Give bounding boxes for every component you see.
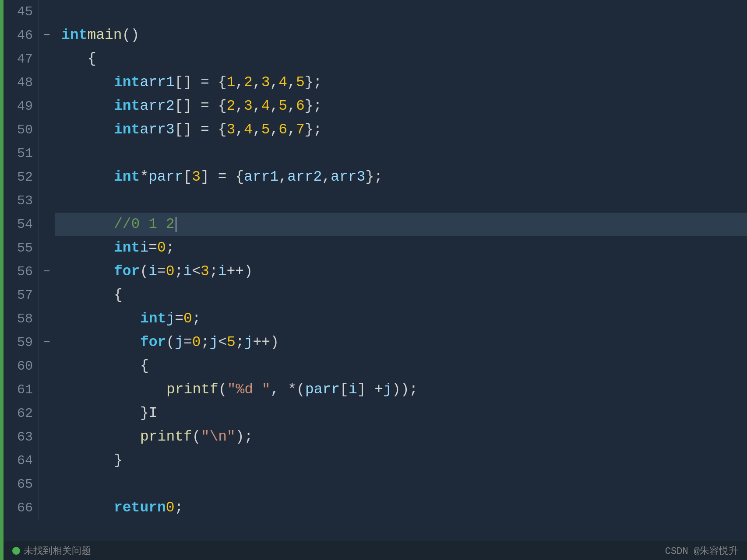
token-var: arr1 <box>140 71 174 94</box>
line-row: 48int arr1[] = { 1,2,3,4,5 }; <box>4 71 747 94</box>
token-num: 6 <box>296 94 305 118</box>
token-comment: //0 1 2 <box>114 213 175 236</box>
token-kw: return <box>114 496 166 520</box>
token-plain: * <box>140 165 148 189</box>
token-num: 2 <box>244 71 253 94</box>
fold-indicator <box>39 449 55 472</box>
token-plain: } <box>140 402 149 425</box>
fold-indicator <box>39 142 55 165</box>
token-num: 7 <box>296 118 305 142</box>
fold-indicator <box>39 236 55 260</box>
line-number: 54 <box>4 213 39 236</box>
line-number: 66 <box>4 496 39 520</box>
line-row: 54//0 1 2 <box>4 213 747 236</box>
code-line: int arr2[] = { 2,3,4,5,6 }; <box>55 94 747 118</box>
line-number: 59 <box>4 331 39 354</box>
token-plain: , <box>235 118 244 142</box>
line-number: 62 <box>4 402 39 425</box>
token-plain: , *( <box>271 378 305 402</box>
line-number: 53 <box>4 189 39 213</box>
token-num: 0 <box>166 496 175 520</box>
token-plain: ; <box>166 236 175 260</box>
token-var: i <box>183 260 192 284</box>
fold-indicator <box>39 71 55 94</box>
line-row: 50int arr3[] = { 3,4,5,6,7 }; <box>4 118 747 142</box>
token-num: 1 <box>226 71 235 94</box>
token-var: j <box>244 331 253 354</box>
token-num: 4 <box>278 71 287 94</box>
token-num: 0 <box>192 331 201 354</box>
token-num: 5 <box>296 71 305 94</box>
token-plain: , <box>235 94 244 118</box>
token-plain: , <box>287 71 296 94</box>
token-var: j <box>209 331 218 354</box>
left-accent-bar <box>0 0 4 560</box>
token-kw: int <box>61 24 87 47</box>
fold-indicator[interactable]: − <box>39 260 55 284</box>
token-fn: printf <box>140 425 192 449</box>
token-plain: , <box>270 94 279 118</box>
line-row: 57{ <box>4 284 747 307</box>
token-num: 0 <box>166 260 175 284</box>
line-row: 58int j = 0; <box>4 307 747 331</box>
fold-indicator[interactable]: − <box>39 331 55 354</box>
fold-indicator[interactable]: − <box>39 24 55 47</box>
code-line: { <box>55 354 747 378</box>
fold-indicator <box>39 402 55 425</box>
token-plain: = <box>175 307 183 331</box>
line-number: 65 <box>4 472 39 496</box>
line-row: 64} <box>4 449 747 472</box>
token-kw: for <box>114 260 140 284</box>
token-plain: < <box>192 260 201 284</box>
token-plain: , <box>253 118 261 142</box>
token-plain: ] = { <box>201 165 244 189</box>
line-row: 45 <box>4 0 747 24</box>
token-num: 3 <box>244 94 253 118</box>
token-str: "%d " <box>227 378 271 402</box>
code-line: int arr3[] = { 3,4,5,6,7 }; <box>55 118 747 142</box>
token-plain: ; <box>192 307 201 331</box>
token-num: 5 <box>261 118 270 142</box>
token-var: j <box>175 331 183 354</box>
token-kw: int <box>114 118 140 142</box>
code-line: printf("%d ", *(parr[i] + j)); <box>55 378 747 402</box>
line-number: 61 <box>4 378 39 402</box>
token-plain: )); <box>392 378 418 402</box>
line-row: 65 <box>4 472 747 496</box>
token-plain: ] + <box>357 378 383 402</box>
line-number: 58 <box>4 307 39 331</box>
token-plain: ++) <box>253 331 279 354</box>
code-line: int main() <box>55 24 747 47</box>
token-var: j <box>166 307 175 331</box>
code-line: int* parr[3] = { arr1, arr2, arr3 }; <box>55 165 747 189</box>
token-var: i <box>218 260 227 284</box>
token-var: arr1 <box>244 165 278 189</box>
token-plain: { <box>140 354 149 378</box>
token-num: 4 <box>261 94 270 118</box>
token-num: 4 <box>244 118 253 142</box>
token-str: "\n" <box>201 425 236 449</box>
token-plain: ; <box>201 331 210 354</box>
fold-indicator <box>39 47 55 71</box>
fold-indicator <box>39 94 55 118</box>
token-var: arr3 <box>140 118 174 142</box>
line-number: 46 <box>4 24 39 47</box>
line-row: 47{ <box>4 47 747 71</box>
line-row: 55int i = 0; <box>4 236 747 260</box>
line-number: 57 <box>4 284 39 307</box>
code-line: } <box>55 449 747 472</box>
token-plain: , <box>270 118 279 142</box>
line-number: 45 <box>4 0 39 24</box>
token-plain: () <box>122 24 140 47</box>
token-plain: { <box>114 284 123 307</box>
line-row: 52int* parr[3] = { arr1, arr2, arr3 }; <box>4 165 747 189</box>
code-line <box>55 142 747 165</box>
token-plain: { <box>88 47 96 71</box>
line-row: 61printf("%d ", *(parr[i] + j)); <box>4 378 747 402</box>
token-num: 6 <box>278 118 287 142</box>
fold-indicator <box>39 425 55 449</box>
token-plain: , <box>253 94 261 118</box>
token-plain: ; <box>209 260 218 284</box>
token-kw: int <box>140 307 166 331</box>
line-row: 56−for (i = 0; i < 3; i++) <box>4 260 747 284</box>
